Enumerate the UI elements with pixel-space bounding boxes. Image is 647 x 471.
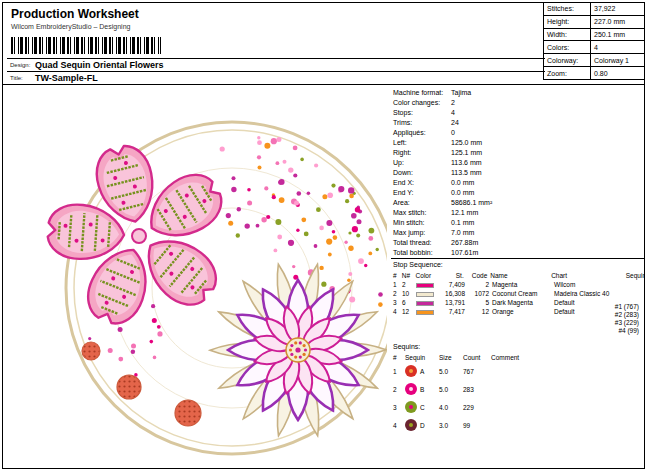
stop-chart: Wilcom [554, 281, 630, 288]
sequin-ref: #2 (283) [615, 311, 639, 319]
stop-col-header: Color [416, 272, 440, 279]
summary-label: Colors: [544, 41, 590, 53]
stat-value: 4 [451, 109, 643, 116]
stat-label: Max stitch: [393, 209, 451, 216]
stat-row: Min stitch:0.1 mm [393, 217, 643, 227]
sequin-name: C [420, 404, 425, 411]
sequin-ref: #4 (99) [615, 327, 639, 335]
page-title: Production Worksheet [11, 7, 139, 21]
stop-code: 2 [468, 281, 492, 288]
stop-stitches: 13,791 [440, 299, 468, 306]
sequin-hole-icon [409, 423, 413, 427]
sequin-num: 3 [393, 404, 405, 411]
stat-row: Up:113.6 mm [393, 157, 643, 167]
stat-label: Stops: [393, 109, 451, 116]
stop-col-header: # [393, 272, 402, 279]
sequin-cell: B [405, 383, 439, 395]
summary-label: Colorway: [544, 54, 590, 66]
stop-color-cell [416, 281, 440, 288]
sequin-row: 4D3.099 [393, 416, 645, 434]
stat-row: End Y:0.0 mm [393, 187, 643, 197]
sequin-cell: D [405, 419, 439, 431]
design-stats: Machine format:TajimaColor changes:2Stop… [393, 87, 643, 257]
sequin-row: 2B5.0283 [393, 380, 645, 398]
stat-value: 113.5 mm [451, 169, 643, 176]
stat-row: Appliqués:0 [393, 127, 643, 137]
stat-value: 12.1 mm [451, 209, 643, 216]
stop-col-header: St. [439, 272, 467, 279]
summary-value: Colorway 1 [590, 54, 644, 66]
stop-needle: 6 [402, 299, 416, 306]
stat-label: Appliqués: [393, 129, 451, 136]
stop-color-cell [416, 308, 440, 315]
summary-row: Height:227.0 mm [544, 16, 644, 29]
stat-label: End X: [393, 179, 451, 186]
sequin-num: 4 [393, 422, 405, 429]
sequin-size: 3.0 [439, 422, 463, 429]
sequin-col-header: # [393, 354, 405, 361]
summary-row: Width:250.1 mm [544, 29, 644, 42]
stat-label: Trims: [393, 119, 451, 126]
header-divider [3, 84, 644, 85]
thread-color-swatch [416, 310, 434, 315]
stat-value: 267.88m [451, 239, 643, 246]
design-name-row: Design: Quad Sequin Oriental Flowers [7, 58, 545, 71]
stat-row: Max jump:7.0 mm [393, 227, 643, 237]
stop-needle: 10 [402, 290, 416, 297]
stat-label: Left: [393, 139, 451, 146]
stop-num: 4 [393, 308, 402, 315]
summary-box: Stitches:37,922Height:227.0 mmWidth:250.… [543, 3, 644, 80]
summary-value: 37,922 [590, 3, 644, 15]
sequin-name: B [420, 386, 424, 393]
page-subtitle: Wilcom EmbroideryStudio – Designing [11, 23, 130, 30]
stop-thread-name: Dark Magenta [492, 299, 554, 306]
sequin-row: 3C4.0229 [393, 398, 645, 416]
stop-col-header: Chart [551, 272, 626, 279]
stat-value: 0 [451, 129, 643, 136]
stop-col-header: Name [490, 272, 551, 279]
thread-color-swatch [416, 283, 434, 288]
sequin-num: 2 [393, 386, 405, 393]
stop-stitches: 7,417 [440, 308, 468, 315]
stat-label: Total bobbin: [393, 249, 451, 256]
stat-label: Machine format: [393, 89, 451, 96]
barcode [11, 37, 161, 54]
summary-label: Height: [544, 16, 590, 28]
stat-row: Total thread:267.88m [393, 237, 643, 247]
sequin-ref-list: #1 (767)#2 (283)#3 (229)#4 (99) [615, 303, 639, 335]
production-worksheet: Production Worksheet Wilcom EmbroiderySt… [2, 2, 645, 469]
title-label: Title: [7, 75, 31, 81]
stat-label: Up: [393, 159, 451, 166]
stop-code: 12 [468, 308, 492, 315]
summary-value: 227.0 mm [590, 16, 644, 28]
stat-value: 58686.1 mm² [451, 199, 643, 206]
stat-row: End X:0.0 mm [393, 177, 643, 187]
summary-value: 4 [590, 41, 644, 53]
stat-value: 2 [451, 99, 643, 106]
stop-num: 2 [393, 290, 402, 297]
sequin-col-header: Sequin [405, 354, 439, 361]
sequin-cell: A [405, 365, 439, 377]
summary-row: Colors:4 [544, 41, 644, 54]
sequin-cell: C [405, 401, 439, 413]
stop-thread-name: Coconut Cream [492, 290, 554, 297]
sequin-name: D [420, 422, 425, 429]
sequin-icon [405, 401, 417, 413]
stat-value: 107.61m [451, 249, 643, 256]
sequin-row: 1A5.0767 [393, 362, 645, 380]
summary-row: Colorway:Colorway 1 [544, 54, 644, 67]
stat-label: Down: [393, 169, 451, 176]
sequin-hole-icon [409, 369, 413, 373]
design-name-value: Quad Sequin Oriental Flowers [35, 60, 164, 70]
stop-row: 21016,3081072Coconut CreamMadeira Classi… [393, 289, 645, 298]
sequin-count: 767 [463, 368, 491, 375]
sequin-size: 4.0 [439, 404, 463, 411]
stop-col-header: N# [402, 272, 416, 279]
sequin-ref: #1 (767) [615, 303, 639, 311]
stat-row: Trims:24 [393, 117, 643, 127]
stat-value: 24 [451, 119, 643, 126]
stop-row: 4127,41712OrangeDefault [393, 307, 645, 316]
summary-value: 250.1 mm [590, 29, 644, 41]
sequin-count: 229 [463, 404, 491, 411]
stat-row: Left:125.0 mm [393, 137, 643, 147]
